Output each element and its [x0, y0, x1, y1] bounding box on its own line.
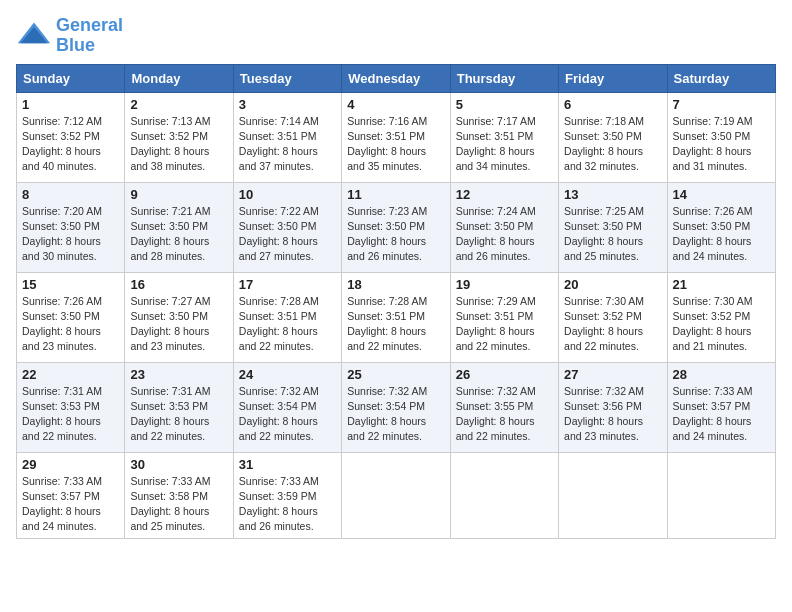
- day-number: 21: [673, 277, 770, 292]
- day-info: Sunrise: 7:13 AMSunset: 3:52 PMDaylight:…: [130, 114, 227, 175]
- calendar-cell: 15 Sunrise: 7:26 AMSunset: 3:50 PMDaylig…: [17, 272, 125, 362]
- calendar-cell: 31 Sunrise: 7:33 AMSunset: 3:59 PMDaylig…: [233, 452, 341, 539]
- calendar-cell: 29 Sunrise: 7:33 AMSunset: 3:57 PMDaylig…: [17, 452, 125, 539]
- calendar-week-5: 29 Sunrise: 7:33 AMSunset: 3:57 PMDaylig…: [17, 452, 776, 539]
- calendar-cell: 13 Sunrise: 7:25 AMSunset: 3:50 PMDaylig…: [559, 182, 667, 272]
- calendar-cell: 9 Sunrise: 7:21 AMSunset: 3:50 PMDayligh…: [125, 182, 233, 272]
- calendar-cell: 26 Sunrise: 7:32 AMSunset: 3:55 PMDaylig…: [450, 362, 558, 452]
- day-info: Sunrise: 7:28 AMSunset: 3:51 PMDaylight:…: [347, 294, 444, 355]
- weekday-header-friday: Friday: [559, 64, 667, 92]
- calendar-cell: 24 Sunrise: 7:32 AMSunset: 3:54 PMDaylig…: [233, 362, 341, 452]
- logo-icon: [16, 18, 52, 54]
- calendar-cell: 17 Sunrise: 7:28 AMSunset: 3:51 PMDaylig…: [233, 272, 341, 362]
- day-info: Sunrise: 7:21 AMSunset: 3:50 PMDaylight:…: [130, 204, 227, 265]
- day-info: Sunrise: 7:19 AMSunset: 3:50 PMDaylight:…: [673, 114, 770, 175]
- day-number: 20: [564, 277, 661, 292]
- calendar-cell: 3 Sunrise: 7:14 AMSunset: 3:51 PMDayligh…: [233, 92, 341, 182]
- day-info: Sunrise: 7:17 AMSunset: 3:51 PMDaylight:…: [456, 114, 553, 175]
- day-info: Sunrise: 7:32 AMSunset: 3:55 PMDaylight:…: [456, 384, 553, 445]
- weekday-header-thursday: Thursday: [450, 64, 558, 92]
- header: General Blue: [16, 16, 776, 56]
- calendar-cell: 28 Sunrise: 7:33 AMSunset: 3:57 PMDaylig…: [667, 362, 775, 452]
- calendar-cell: 6 Sunrise: 7:18 AMSunset: 3:50 PMDayligh…: [559, 92, 667, 182]
- calendar-cell: 2 Sunrise: 7:13 AMSunset: 3:52 PMDayligh…: [125, 92, 233, 182]
- logo-text: General Blue: [56, 16, 123, 56]
- calendar-cell: [559, 452, 667, 539]
- day-number: 30: [130, 457, 227, 472]
- day-info: Sunrise: 7:20 AMSunset: 3:50 PMDaylight:…: [22, 204, 119, 265]
- day-number: 5: [456, 97, 553, 112]
- calendar-cell: 19 Sunrise: 7:29 AMSunset: 3:51 PMDaylig…: [450, 272, 558, 362]
- day-number: 7: [673, 97, 770, 112]
- day-info: Sunrise: 7:33 AMSunset: 3:57 PMDaylight:…: [22, 474, 119, 535]
- day-number: 15: [22, 277, 119, 292]
- day-info: Sunrise: 7:33 AMSunset: 3:57 PMDaylight:…: [673, 384, 770, 445]
- day-info: Sunrise: 7:29 AMSunset: 3:51 PMDaylight:…: [456, 294, 553, 355]
- day-info: Sunrise: 7:22 AMSunset: 3:50 PMDaylight:…: [239, 204, 336, 265]
- day-number: 29: [22, 457, 119, 472]
- day-number: 8: [22, 187, 119, 202]
- day-info: Sunrise: 7:31 AMSunset: 3:53 PMDaylight:…: [130, 384, 227, 445]
- weekday-header-sunday: Sunday: [17, 64, 125, 92]
- day-info: Sunrise: 7:26 AMSunset: 3:50 PMDaylight:…: [22, 294, 119, 355]
- day-number: 31: [239, 457, 336, 472]
- day-number: 24: [239, 367, 336, 382]
- day-number: 4: [347, 97, 444, 112]
- day-info: Sunrise: 7:32 AMSunset: 3:56 PMDaylight:…: [564, 384, 661, 445]
- day-info: Sunrise: 7:24 AMSunset: 3:50 PMDaylight:…: [456, 204, 553, 265]
- day-number: 13: [564, 187, 661, 202]
- day-info: Sunrise: 7:32 AMSunset: 3:54 PMDaylight:…: [347, 384, 444, 445]
- day-info: Sunrise: 7:33 AMSunset: 3:59 PMDaylight:…: [239, 474, 336, 535]
- calendar-cell: 25 Sunrise: 7:32 AMSunset: 3:54 PMDaylig…: [342, 362, 450, 452]
- day-info: Sunrise: 7:32 AMSunset: 3:54 PMDaylight:…: [239, 384, 336, 445]
- day-number: 16: [130, 277, 227, 292]
- day-info: Sunrise: 7:14 AMSunset: 3:51 PMDaylight:…: [239, 114, 336, 175]
- weekday-header-saturday: Saturday: [667, 64, 775, 92]
- calendar-cell: 21 Sunrise: 7:30 AMSunset: 3:52 PMDaylig…: [667, 272, 775, 362]
- day-info: Sunrise: 7:31 AMSunset: 3:53 PMDaylight:…: [22, 384, 119, 445]
- calendar-cell: 18 Sunrise: 7:28 AMSunset: 3:51 PMDaylig…: [342, 272, 450, 362]
- calendar-cell: 12 Sunrise: 7:24 AMSunset: 3:50 PMDaylig…: [450, 182, 558, 272]
- calendar-cell: [342, 452, 450, 539]
- day-number: 23: [130, 367, 227, 382]
- weekday-header-wednesday: Wednesday: [342, 64, 450, 92]
- day-number: 3: [239, 97, 336, 112]
- calendar-cell: [450, 452, 558, 539]
- day-number: 1: [22, 97, 119, 112]
- day-info: Sunrise: 7:23 AMSunset: 3:50 PMDaylight:…: [347, 204, 444, 265]
- day-info: Sunrise: 7:33 AMSunset: 3:58 PMDaylight:…: [130, 474, 227, 535]
- calendar-cell: 8 Sunrise: 7:20 AMSunset: 3:50 PMDayligh…: [17, 182, 125, 272]
- calendar-cell: 16 Sunrise: 7:27 AMSunset: 3:50 PMDaylig…: [125, 272, 233, 362]
- day-number: 9: [130, 187, 227, 202]
- calendar-week-4: 22 Sunrise: 7:31 AMSunset: 3:53 PMDaylig…: [17, 362, 776, 452]
- day-number: 11: [347, 187, 444, 202]
- day-number: 2: [130, 97, 227, 112]
- logo: General Blue: [16, 16, 123, 56]
- calendar-cell: 22 Sunrise: 7:31 AMSunset: 3:53 PMDaylig…: [17, 362, 125, 452]
- day-number: 25: [347, 367, 444, 382]
- day-number: 28: [673, 367, 770, 382]
- calendar: SundayMondayTuesdayWednesdayThursdayFrid…: [16, 64, 776, 540]
- day-number: 19: [456, 277, 553, 292]
- calendar-cell: [667, 452, 775, 539]
- calendar-week-2: 8 Sunrise: 7:20 AMSunset: 3:50 PMDayligh…: [17, 182, 776, 272]
- day-info: Sunrise: 7:12 AMSunset: 3:52 PMDaylight:…: [22, 114, 119, 175]
- calendar-cell: 1 Sunrise: 7:12 AMSunset: 3:52 PMDayligh…: [17, 92, 125, 182]
- weekday-header-tuesday: Tuesday: [233, 64, 341, 92]
- day-info: Sunrise: 7:28 AMSunset: 3:51 PMDaylight:…: [239, 294, 336, 355]
- calendar-cell: 11 Sunrise: 7:23 AMSunset: 3:50 PMDaylig…: [342, 182, 450, 272]
- day-info: Sunrise: 7:25 AMSunset: 3:50 PMDaylight:…: [564, 204, 661, 265]
- day-number: 12: [456, 187, 553, 202]
- calendar-cell: 7 Sunrise: 7:19 AMSunset: 3:50 PMDayligh…: [667, 92, 775, 182]
- calendar-week-3: 15 Sunrise: 7:26 AMSunset: 3:50 PMDaylig…: [17, 272, 776, 362]
- calendar-cell: 5 Sunrise: 7:17 AMSunset: 3:51 PMDayligh…: [450, 92, 558, 182]
- calendar-cell: 23 Sunrise: 7:31 AMSunset: 3:53 PMDaylig…: [125, 362, 233, 452]
- day-info: Sunrise: 7:27 AMSunset: 3:50 PMDaylight:…: [130, 294, 227, 355]
- day-number: 6: [564, 97, 661, 112]
- day-info: Sunrise: 7:30 AMSunset: 3:52 PMDaylight:…: [564, 294, 661, 355]
- day-info: Sunrise: 7:30 AMSunset: 3:52 PMDaylight:…: [673, 294, 770, 355]
- day-number: 22: [22, 367, 119, 382]
- day-number: 18: [347, 277, 444, 292]
- calendar-cell: 14 Sunrise: 7:26 AMSunset: 3:50 PMDaylig…: [667, 182, 775, 272]
- day-info: Sunrise: 7:18 AMSunset: 3:50 PMDaylight:…: [564, 114, 661, 175]
